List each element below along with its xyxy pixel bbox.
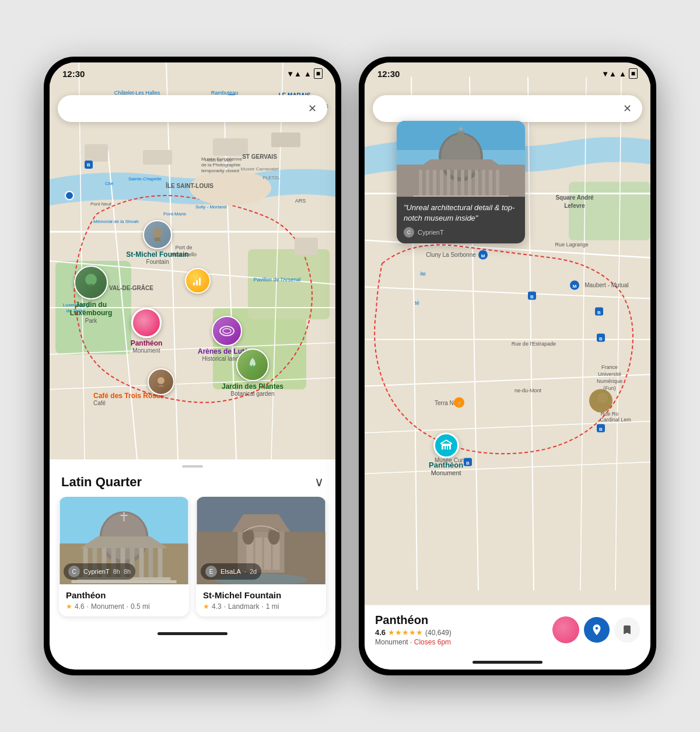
signal-icon-1: ▼▲ [286,69,302,78]
svg-text:Numérique: Numérique [597,378,622,384]
user-time-elsa: · [244,568,246,575]
pantheon-type-2: Monument [429,469,463,476]
card-info-pantheon: Panthéon ★ 4.6 · Monument · 0.5 mi [59,584,189,616]
map-area-2[interactable]: Rue de la Huchette Rue Dante Rue Lagrang… [365,62,650,605]
bc-save-btn[interactable] [614,617,640,643]
svg-text:M: M [573,284,577,289]
svg-text:PLETZL: PLETZL [262,175,280,180]
pantheon-icon-2[interactable] [433,433,459,458]
search-bar-1[interactable]: Latin Quarter ✕ [58,95,327,122]
dist-pantheon: 0.5 mi [131,602,150,611]
popup-image [397,121,525,197]
svg-rect-160 [413,196,509,197]
pantheon-name-2: Panthéon [429,461,463,469]
svg-text:Cité: Cité [105,181,114,186]
search-close-2[interactable]: ✕ [623,102,632,115]
marker-label-pantheon-1: Panthéon Monument [131,339,163,354]
svg-text:Rue de l'Estrapade: Rue de l'Estrapade [512,341,556,347]
svg-text:Cluny La Sorbonne: Cluny La Sorbonne [426,252,476,258]
wifi-icon-1: ▲ [304,69,312,78]
popup-user-row: C CyprienT [404,227,518,238]
svg-rect-149 [433,170,436,197]
user-name-cyprien: CyprienT [83,568,110,575]
svg-point-50 [220,326,234,336]
status-bar-1: 12:30 ▼▲ ▲ ■ [50,62,335,81]
svg-point-51 [223,329,231,333]
search-input-2[interactable]: Latin Quarter [383,103,623,114]
user-time-cyprien: 8h [113,568,120,575]
marker-jardin-plantes[interactable]: Jardin des Plantes Botanical garden [236,348,269,381]
user-name-elsa: ElsaLA [220,568,241,575]
bottom-sheet-1[interactable]: Latin Quarter ∨ [50,459,335,626]
svg-text:M: M [481,253,485,259]
svg-rect-158 [496,170,499,197]
svg-text:ST GERVAIS: ST GERVAIS [242,154,277,160]
phone-2: Rue de la Huchette Rue Dante Rue Lagrang… [359,57,656,675]
search-close-1[interactable]: ✕ [308,102,317,115]
svg-rect-66 [139,548,144,577]
phone-2-inner: Rue de la Huchette Rue Dante Rue Lagrang… [365,62,650,670]
svg-rect-55 [199,278,201,285]
card-stmichel[interactable]: E ElsaLA · 2d St-Michel Fountain ★ 4.3 [196,497,326,616]
chevron-icon-1[interactable]: ∨ [314,475,324,490]
avatar-popup: C [404,227,414,238]
svg-text:té: té [415,300,419,306]
svg-text:B: B [466,461,470,466]
svg-text:Lefevre: Lefevre [564,203,585,209]
svg-rect-154 [468,170,471,197]
marker-st-michel[interactable]: St-Michel Fountain Fountain [143,220,172,249]
svg-rect-16 [143,150,172,165]
svg-marker-159 [415,159,506,170]
svg-text:Pavillon de l'Arsenal: Pavillon de l'Arsenal [254,277,301,283]
svg-text:Cardinal Lem: Cardinal Lem [600,417,631,423]
marker-cafe-photo[interactable] [148,368,174,395]
map-popup[interactable]: "Unreal architectural detail & top-notch… [397,121,525,243]
sheet-title-1: Latin Quarter [61,475,142,490]
bottom-card-2[interactable]: Panthéon 4.6 ★★★★★ (40,649) Monument · C… [365,605,650,654]
bc-reviews: (40,649) [425,629,452,637]
svg-text:Université: Université [598,371,621,377]
svg-rect-67 [149,548,153,577]
svg-text:B: B [530,294,534,299]
svg-text:Port de: Port de [175,245,192,250]
svg-rect-148 [426,170,429,197]
svg-text:ite: ite [420,271,426,277]
marker-pantheon-1[interactable]: Panthéon Monument [131,308,162,338]
bc-pink-blob[interactable] [552,616,579,643]
popup-username: CyprienT [418,229,444,236]
bc-rating-row: 4.6 ★★★★★ (40,649) [375,628,545,637]
marker-label-st-michel: St-Michel Fountain Fountain [126,250,188,266]
cards-row-1: C CyprienT 8h 8h Panthéon ★ 4.6 · [50,497,335,626]
svg-rect-152 [454,170,457,197]
bc-navigate-btn[interactable] [584,617,610,643]
map-area-1[interactable]: ÎLE SAINT-LOUIS ST GERVAIS Hôtel de Vill… [50,62,335,459]
marker-arenes[interactable]: Arènes de Lutèce Historical landmark [212,316,242,346]
card-pantheon[interactable]: C CyprienT 8h 8h Panthéon ★ 4.6 · [59,497,189,616]
svg-rect-54 [196,280,198,285]
dist-stmichel: 1 mi [266,602,279,611]
svg-text:Musée Carnavalet: Musée Carnavalet [241,166,279,172]
bc-closes: Closes 6pm [414,638,451,646]
pantheon-label-2: Panthéon Monument [429,461,463,476]
svg-text:Mémorial de la Shoah: Mémorial de la Shoah [93,219,139,224]
popup-quote: "Unreal architectural detail & top-notch… [404,203,518,224]
pantheon-image: C CyprienT 8h 8h [59,497,189,584]
svg-text:B: B [599,336,603,341]
popup-text-area: "Unreal architectural detail & top-notch… [397,197,525,243]
svg-text:Musée Européenne: Musée Européenne [201,156,242,162]
marker-stats[interactable] [185,268,211,294]
search-input-1[interactable]: Latin Quarter [68,103,308,114]
svg-rect-53 [193,283,195,285]
svg-text:B: B [597,310,601,315]
user-time-elsa-val: 2d [250,568,257,575]
search-bar-2[interactable]: Latin Quarter ✕ [373,95,642,122]
battery-icon-2: ■ [629,68,638,79]
svg-rect-157 [489,170,492,197]
svg-text:Sainte-Chapelle: Sainte-Chapelle [128,176,162,182]
pantheon-marker-2[interactable]: Panthéon Monument [429,433,463,476]
marker-jardin-luxembourg[interactable]: Jardin du Luxembourg Park [74,266,108,299]
card-meta-stmichel: ★ 4.3 · Landmark · 1 mi [203,602,319,611]
bc-meta: Monument · Closes 6pm [375,638,545,646]
home-indicator-1 [50,626,335,641]
map-svg-1: ÎLE SAINT-LOUIS ST GERVAIS Hôtel de Vill… [50,62,335,459]
